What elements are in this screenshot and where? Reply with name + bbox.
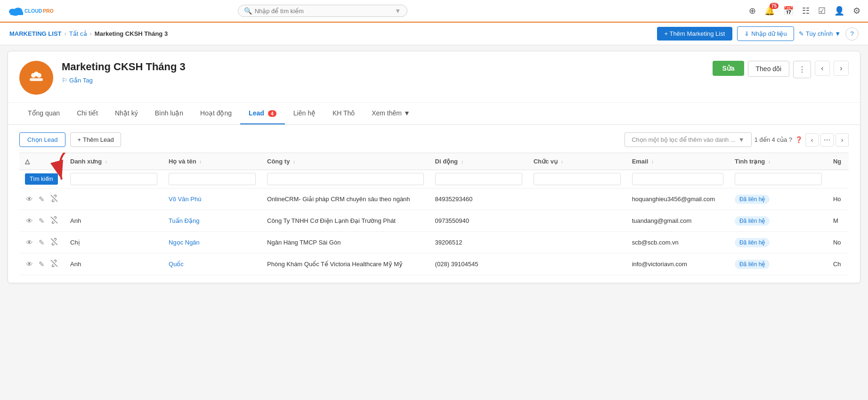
col-chuc-vu[interactable]: Chức vụ ↕ (528, 153, 626, 170)
follow-button[interactable]: Theo dõi (748, 61, 789, 77)
user-icon[interactable]: 👤 (834, 6, 844, 16)
cell-extra-3: No (827, 232, 849, 253)
cell-status-1: Đã liên hệ (729, 188, 827, 210)
breadcrumb-level1[interactable]: Tất cả (69, 30, 87, 37)
pg-more-button[interactable]: ⋯ (820, 133, 834, 147)
tab-lead[interactable]: Lead 4 (240, 103, 285, 124)
search-bar[interactable]: 🔍 ▼ (238, 5, 407, 17)
them-lead-button[interactable]: + Thêm Lead (70, 132, 121, 147)
tab-lien-he[interactable]: Liên hệ (285, 103, 324, 124)
tasks-icon[interactable]: ☑ (818, 6, 826, 16)
tab-chi-tiet[interactable]: Chi tiết (68, 103, 106, 124)
filter-di-dong[interactable] (435, 173, 522, 185)
unlink-icon[interactable] (49, 237, 59, 248)
row-actions-1: 👁 ✎ (25, 194, 59, 204)
tab-tong-quan[interactable]: Tổng quan (19, 103, 68, 124)
filter-chevron: ▼ (738, 136, 745, 143)
tag-link[interactable]: ⚐ Gắn Tag (62, 77, 713, 84)
cell-status-4: Đã liên hệ (729, 253, 827, 275)
col-danh-xung[interactable]: Danh xưng ↕ (65, 153, 163, 170)
top-nav: CLOUD PRO 🔍 ▼ ⊕ 🔔 75 📅 ☷ ☑ 👤 ⚙ (0, 0, 868, 23)
edit-icon[interactable]: ✎ (38, 194, 46, 204)
add-marketing-list-button[interactable]: + Thêm Marketing List (657, 27, 733, 41)
tab-nhat-ky[interactable]: Nhật ký (106, 103, 146, 124)
more-options-button[interactable]: ⋮ (793, 61, 811, 78)
logo: CLOUD PRO (8, 3, 64, 18)
filter-dropdown[interactable]: Chọn một bộ lọc để thêm vào danh ... ▼ (625, 132, 752, 147)
sort-arrow-ho-ten: ↕ (199, 159, 202, 164)
breadcrumb-root[interactable]: MARKETING LIST (9, 30, 62, 37)
notification-icon[interactable]: 🔔 75 (764, 6, 775, 16)
svg-point-9 (34, 72, 39, 76)
select-all-checkbox[interactable]: △ (25, 158, 30, 165)
tabs-bar: Tổng quan Chi tiết Nhật ký Bình luận Hoạ… (8, 103, 860, 125)
content-area: Chọn Lead + Thêm Lead Chọn một bộ lọc để… (8, 125, 860, 283)
next-record-button[interactable]: › (834, 61, 849, 76)
edit-icon[interactable]: ✎ (38, 216, 46, 226)
col-di-dong[interactable]: Di động ↕ (430, 153, 528, 170)
table-row: 👁 ✎ (19, 188, 849, 210)
avatar-icon (28, 68, 45, 88)
settings-icon[interactable]: ⚙ (853, 6, 860, 16)
filter-chuc-vu[interactable] (534, 173, 621, 185)
cell-cong-ty-1: OnlineCRM- Giải pháp CRM chuyên sâu theo… (261, 188, 430, 210)
filter-cong-ty[interactable] (267, 173, 424, 185)
avatar (19, 61, 53, 95)
col-email[interactable]: Email ↕ (626, 153, 729, 170)
calendar-icon[interactable]: 📅 (783, 6, 794, 16)
customize-button[interactable]: ✎ Tùy chỉnh ▼ (799, 30, 841, 37)
unlink-icon[interactable] (49, 215, 59, 226)
question-icon: ❓ (795, 136, 803, 143)
search-input[interactable] (255, 8, 395, 15)
view-icon[interactable]: 👁 (25, 194, 34, 204)
edit-icon[interactable]: ✎ (38, 237, 46, 248)
lead-table: △ Danh xưng ↕ Họ và tên ↕ Công ty ↕ (19, 153, 849, 275)
add-icon[interactable]: ⊕ (749, 6, 756, 16)
tim-kiem-button[interactable]: Tìm kiếm (25, 173, 58, 185)
col-extra: Ng (827, 153, 849, 170)
dashboard-icon[interactable]: ☷ (802, 6, 810, 16)
prev-record-button[interactable]: ‹ (815, 61, 830, 76)
tab-hoat-dong[interactable]: Hoạt động (192, 103, 240, 124)
filter-danh-xung[interactable] (70, 173, 157, 185)
pg-next-button[interactable]: › (836, 133, 849, 147)
filter-tinh-trang[interactable] (735, 173, 822, 185)
view-icon[interactable]: 👁 (25, 259, 34, 269)
nav-icons: ⊕ 🔔 75 📅 ☷ ☑ 👤 ⚙ (749, 6, 860, 16)
edit-button[interactable]: Sửa (713, 61, 744, 76)
filter-ho-ten[interactable] (169, 173, 256, 185)
svg-rect-3 (10, 12, 23, 16)
filter-email[interactable] (632, 173, 723, 185)
customize-chevron: ▼ (835, 30, 841, 37)
unlink-icon[interactable] (49, 259, 59, 269)
xem-them-chevron: ▼ (404, 109, 410, 117)
unlink-icon[interactable] (49, 194, 59, 204)
svg-text:PRO: PRO (43, 8, 54, 14)
view-icon[interactable]: 👁 (25, 216, 34, 226)
cell-email-1: hoquanghieu3456@gmail.com (626, 188, 729, 210)
cell-danh-xung-4: Anh (65, 253, 163, 275)
tab-kh-tho[interactable]: KH Thô (324, 103, 363, 124)
filter-area: Chọn một bộ lọc để thêm vào danh ... ▼ 1… (625, 132, 849, 147)
tab-xem-them[interactable]: Xem thêm ▼ (363, 103, 419, 124)
cell-di-dong-4: (028) 39104545 (430, 253, 528, 275)
pagination-actions: ‹ ⋯ › (805, 133, 849, 147)
col-ho-va-ten[interactable]: Họ và tên ↕ (163, 153, 261, 170)
col-tinh-trang[interactable]: Tình trạng ↕ (729, 153, 827, 170)
pg-prev-button[interactable]: ‹ (805, 133, 819, 147)
breadcrumb-level2: Marketing CKSH Tháng 3 (95, 30, 168, 37)
table-row: 👁 ✎ Anh (19, 210, 849, 232)
breadcrumb-actions: + Thêm Marketing List ⇓ Nhập dữ liệu ✎ T… (657, 26, 859, 41)
row-actions-4: 👁 ✎ (25, 259, 59, 269)
cell-danh-xung-3: Chị (65, 232, 163, 253)
col-cong-ty[interactable]: Công ty ↕ (261, 153, 430, 170)
tab-binh-luan[interactable]: Bình luận (146, 103, 192, 124)
sort-arrow-chuc-vu: ↕ (561, 159, 563, 164)
view-icon[interactable]: 👁 (25, 237, 34, 247)
edit-icon[interactable]: ✎ (38, 259, 46, 269)
help-button[interactable]: ? (845, 27, 859, 41)
search-icon: 🔍 (244, 7, 252, 15)
chon-lead-button[interactable]: Chọn Lead (19, 132, 65, 147)
import-data-button[interactable]: ⇓ Nhập dữ liệu (737, 26, 794, 41)
cell-extra-4: Ch (827, 253, 849, 275)
